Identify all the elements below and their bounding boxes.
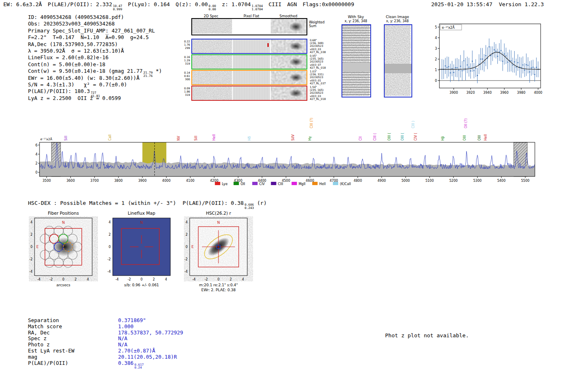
noise-image (192, 71, 232, 84)
svg-text:2: 2 (435, 58, 437, 61)
info-line: λ = 3950.92Å σ = 12.63(±3.10)Å (28, 48, 162, 54)
info-line: Obs: 20230523v003_4090534268 (28, 21, 162, 27)
svg-text:0: 0 (186, 245, 188, 249)
svg-text:CIII (: CIII ( (373, 133, 377, 141)
photz-note: Phot z plot not available. (385, 332, 469, 339)
info-line: ID: 4090534268 (4090534268.pdf) (28, 14, 162, 21)
svg-text:0: 0 (62, 278, 64, 281)
info-line: P(LAE)/P(OII): 180.372741.81 (28, 88, 162, 95)
object-info-block: ID: 4090534268 (4090534268.pdf)Obs: 2023… (28, 14, 162, 102)
svg-text:Lyα: Lyα (222, 182, 228, 186)
svg-text:HeII: HeII (484, 134, 488, 141)
hsc-image-caption2: EWr: 2. PLAE: 0.38 (179, 288, 258, 292)
svg-text:2: 2 (74, 278, 77, 281)
svg-text:6: 6 (35, 144, 37, 147)
with-sky-title: With Sky (341, 15, 371, 19)
spec2d-row-note: 1.54"(235, 165)20230523v003_03427_RL_018 (310, 86, 334, 101)
svg-text:3960: 3960 (500, 91, 509, 95)
svg-text:-4: -4 (29, 270, 33, 274)
svg-text:Hβ: Hβ (441, 136, 445, 141)
svg-text:5: 5 (435, 26, 437, 29)
spec2d-row-images (191, 39, 307, 54)
svg-text:NV: NV (177, 136, 181, 141)
info-line: S/N = 4.3(±1.3) χ² = 0.7(±0.0) (28, 81, 162, 88)
noise-image (192, 86, 232, 100)
svg-text:3800: 3800 (114, 179, 123, 183)
svg-text:2: 2 (35, 162, 37, 165)
fiber-positions-plot-holder: NE-4-4-2-2002244 (24, 216, 103, 285)
svg-text:3600: 3600 (66, 179, 74, 183)
match-table-row: Match score1.000 (28, 324, 183, 330)
masked-band (342, 63, 370, 72)
match-field-label: P(LAE)/P(OII) (28, 360, 118, 366)
svg-text:CIII ): CIII ) (411, 121, 415, 128)
full-spectrum-plot: 3500360037003800390040004100420043004400… (32, 109, 546, 192)
svg-text:-2: -2 (184, 257, 188, 261)
wsum-label-line: Sum (309, 24, 325, 28)
svg-text:OIII: OIII (478, 135, 481, 141)
report-version: Version 1.22.3 (499, 1, 544, 7)
header-stat: Q(z): 0.000.000.00 (176, 1, 216, 7)
spec2d-row: 0.091.863191.54"(235, 165)20230523v003_0… (182, 86, 334, 101)
svg-text:4: 4 (435, 36, 437, 40)
hsc-image-plot-holder: NE-4-4-2-2002244 (179, 216, 258, 285)
match-field-value: N/A (118, 341, 128, 348)
with-sky-coords: x, y: 236, 348 (337, 19, 374, 23)
with-sky-image (341, 24, 371, 97)
noise-image (385, 25, 411, 96)
svg-text:OII: OII (241, 182, 245, 186)
svg-text:-2: -2 (49, 278, 53, 281)
spec2d-row-stats: 0.161.29319 (182, 56, 190, 65)
svg-text:5400: 5400 (497, 179, 505, 183)
match-table-row: Spec zN/A (28, 336, 183, 342)
svg-text:2: 2 (109, 233, 111, 237)
svg-text:MgII: MgII (299, 182, 306, 186)
lineflux-map-plot-holder: N-4-4-2-2002244 (102, 216, 181, 285)
timestamp: 2025-01-20 13:55:47 Version 1.22.3 (431, 1, 544, 7)
header-stat: AGN (287, 1, 297, 7)
clean-image-coords: x, y: 236, 348 (379, 19, 416, 23)
noise-image (192, 39, 232, 53)
spec2d-row-note: 0.68"(236, 348)20230523v003_03427_RL_038 (310, 39, 334, 54)
svg-text:OIII (: OIII ( (401, 133, 404, 141)
clean-image (384, 24, 412, 97)
svg-text:5300: 5300 (473, 179, 481, 183)
match-field-value: 0.371869" (118, 317, 146, 323)
svg-text:3900: 3900 (138, 179, 146, 183)
svg-text:4100: 4100 (186, 179, 194, 183)
spec2d-row-note: 0.95"(235, 165)20230523v003_07427_RL_018 (310, 55, 334, 70)
svg-text:CaII: CaII (108, 135, 112, 141)
svg-text:4: 4 (35, 153, 37, 156)
emission-blob (287, 41, 305, 52)
spec2d-row: 0.221.762990.68"(236, 348)20230523v003_0… (182, 39, 334, 54)
info-line: Cont(n) = 5.00(±0.00)e-18 (28, 61, 162, 68)
wsum-2dspec-image (192, 19, 232, 35)
svg-text:OII (?): OII (?) (464, 118, 468, 128)
match-field-value: 0.3860.6170.24 (118, 360, 144, 366)
svg-text:0: 0 (30, 245, 33, 249)
svg-text:CIII (?): CIII (?) (310, 118, 314, 128)
svg-text:CII: CII (359, 137, 362, 141)
svg-text:2: 2 (153, 278, 155, 281)
match-field-label: RA, Dec (28, 330, 118, 336)
svg-text:4: 4 (186, 220, 188, 224)
header-stat: EW: 6.6±3.2Å (3, 1, 42, 7)
match-field-value: 1.000 (118, 323, 134, 329)
hsc-image-cutout: HSC(26.2) r NE-4-4-2-2002244 m:20.1 re:2… (179, 210, 258, 298)
svg-text:SiII: SiII (64, 136, 68, 141)
info-line: EWr = 16.00(±5.40) (w: 8.30(±2.60))Å (28, 75, 162, 81)
svg-text:3920: 3920 (467, 91, 475, 95)
header-stat: CIII (269, 1, 281, 7)
svg-text:0: 0 (435, 79, 437, 83)
svg-text:N: N (140, 220, 143, 225)
svg-text:(K)CaII: (K)CaII (340, 182, 351, 186)
svg-text:1: 1 (435, 68, 437, 72)
svg-text:2: 2 (186, 233, 188, 237)
fiber-positions-cutout: Fiber Positions NE-4-4-2-2002244 arcsecs (24, 210, 103, 298)
masked-band (385, 64, 411, 73)
match-field-value: N/A (118, 335, 128, 341)
header-stat: P(LAE)/P(OII): 2.33210.470.999 (48, 1, 122, 7)
match-field-value: 178.537837, 50.772929 (118, 329, 183, 336)
svg-text:OIII: OIII (463, 135, 467, 141)
match-field-value: 20.11(20.05,20.18)R (118, 354, 177, 360)
